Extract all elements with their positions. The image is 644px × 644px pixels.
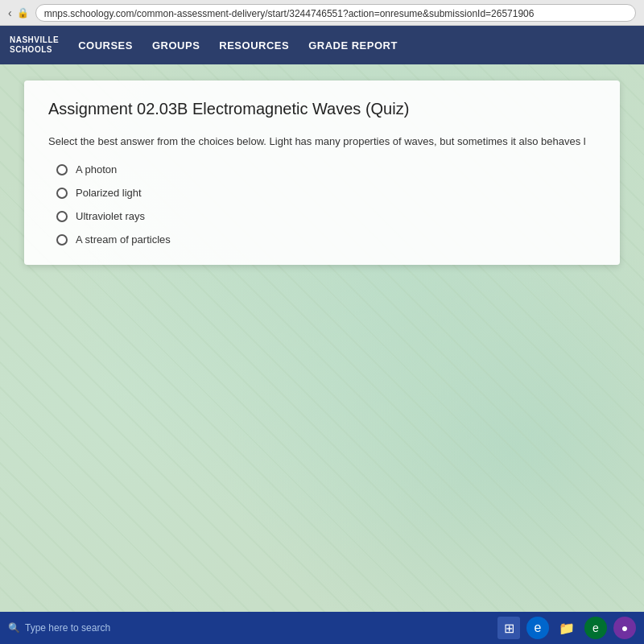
option-d-label: A stream of particles — [76, 233, 171, 246]
taskbar-search[interactable]: 🔍 Type here to search — [8, 622, 110, 634]
taskbar-folder-icon[interactable]: 📁 — [555, 617, 578, 639]
lock-icon: 🔒 — [17, 7, 29, 19]
taskbar-edge-green-icon[interactable]: e — [584, 617, 607, 639]
option-a-label: A photon — [76, 163, 117, 175]
browser-bar: ‹ 🔒 mnps.schoology.com/common-assessment… — [0, 0, 644, 26]
taskbar-edge-icon[interactable]: e — [526, 617, 549, 639]
schoology-navbar: NASHVILLE SCHOOLS COURSES GROUPS RESOURC… — [0, 26, 644, 64]
option-c-label: Ultraviolet rays — [76, 210, 145, 222]
url-bar[interactable]: mnps.schoology.com/common-assessment-del… — [35, 4, 636, 22]
main-content: Assignment 02.03B Electromagnetic Waves … — [0, 64, 644, 612]
nav-groups[interactable]: GROUPS — [152, 39, 200, 52]
taskbar-grid-icon[interactable]: ⊞ — [497, 617, 520, 639]
option-a[interactable]: A photon — [56, 163, 596, 175]
answer-options: A photon Polarized light Ultraviolet ray… — [48, 163, 596, 246]
search-icon: 🔍 — [8, 622, 20, 634]
quiz-container: Assignment 02.03B Electromagnetic Waves … — [24, 80, 620, 265]
back-button[interactable]: ‹ — [8, 6, 12, 19]
option-c[interactable]: Ultraviolet rays — [56, 210, 596, 222]
option-b[interactable]: Polarized light — [56, 187, 596, 199]
question-text: Select the best answer from the choices … — [48, 134, 596, 149]
option-d[interactable]: A stream of particles — [56, 233, 596, 246]
nav-courses[interactable]: COURSES — [78, 39, 133, 52]
nav-grade-report[interactable]: GRADE REPORT — [308, 39, 398, 52]
taskbar-search-label: Type here to search — [25, 622, 110, 634]
taskbar-purple-icon[interactable]: ● — [613, 617, 636, 639]
nav-controls: ‹ 🔒 — [8, 6, 29, 19]
radio-d[interactable] — [56, 234, 68, 246]
logo: NASHVILLE SCHOOLS — [10, 35, 59, 55]
option-b-label: Polarized light — [76, 187, 142, 199]
radio-b[interactable] — [56, 188, 68, 199]
taskbar-right: ⊞ e 📁 e ● — [497, 617, 636, 639]
radio-a[interactable] — [56, 164, 68, 175]
quiz-title: Assignment 02.03B Electromagnetic Waves … — [48, 100, 596, 118]
taskbar: 🔍 Type here to search ⊞ e 📁 e ● — [0, 612, 644, 644]
radio-c[interactable] — [56, 211, 68, 222]
nav-resources[interactable]: RESOURCES — [219, 39, 289, 52]
